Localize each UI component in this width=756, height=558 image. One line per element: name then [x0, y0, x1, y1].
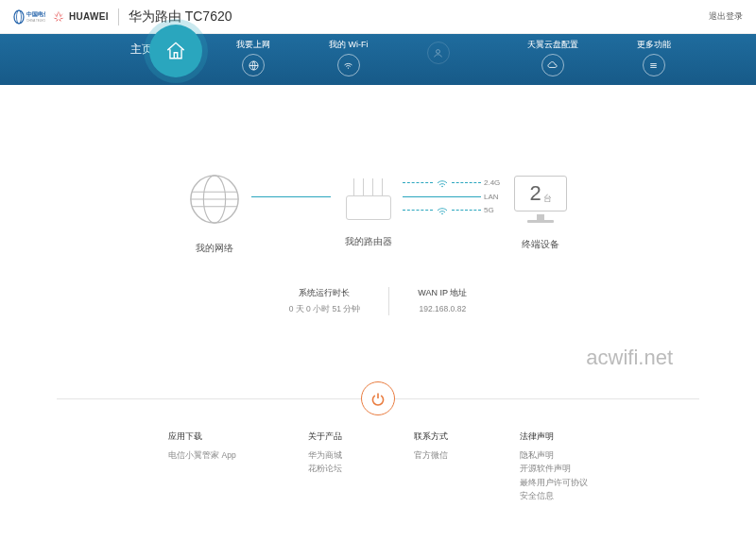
uptime-label: 系统运行时长	[289, 287, 361, 299]
wan-label: WAN IP 地址	[418, 287, 467, 299]
connection-line-1	[251, 196, 331, 197]
footer-col-download: 应用下载 电信小翼管家 App	[168, 431, 236, 503]
wan-value: 192.168.0.82	[418, 304, 467, 313]
tab-wifi-label: 我的 Wi-Fi	[329, 39, 369, 51]
wifi-small-icon	[436, 178, 449, 188]
stat-wan: WAN IP 地址 192.168.0.82	[388, 287, 495, 315]
wifi-icon	[337, 54, 360, 76]
cloud-icon	[541, 54, 564, 76]
user-icon	[427, 42, 450, 64]
lan-label: LAN	[484, 193, 507, 201]
main-nav: 主页 我要上网 我的 Wi-Fi 天翼云盘配置 更多功能	[0, 34, 756, 85]
svg-point-9	[441, 185, 443, 187]
tab-internet-label: 我要上网	[236, 39, 270, 51]
footer-col-legal: 法律声明 隐私声明 开源软件声明 最终用户许可协议 安全信息	[520, 431, 588, 503]
footer-title: 关于产品	[308, 431, 342, 443]
stats-row: 系统运行时长 0 天 0 小时 51 分钟 WAN IP 地址 192.168.…	[0, 287, 756, 315]
footer-link[interactable]: 安全信息	[520, 489, 588, 502]
footer-link[interactable]: 开源软件声明	[520, 462, 588, 475]
huawei-text: HUAWEI	[69, 11, 109, 22]
svg-text:中国电信: 中国电信	[26, 10, 45, 17]
terminals-node[interactable]: 2 台 终端设备	[512, 176, 569, 251]
footer-link[interactable]: 官方微信	[414, 448, 448, 462]
terminal-count: 2	[529, 181, 541, 206]
stat-uptime: 系统运行时长 0 天 0 小时 51 分钟	[261, 287, 389, 315]
footer-title: 联系方式	[414, 431, 448, 443]
router-icon	[340, 178, 397, 220]
footer-link[interactable]: 花粉论坛	[308, 462, 342, 475]
footer-link[interactable]: 华为商城	[308, 448, 342, 462]
svg-text:CHINA TELECOM: CHINA TELECOM	[26, 19, 45, 23]
svg-point-6	[437, 49, 440, 53]
nav-wrapper: 主页 我要上网 我的 Wi-Fi 天翼云盘配置 更多功能	[0, 34, 756, 106]
logout-link[interactable]: 退出登录	[709, 10, 743, 23]
header: 中国电信CHINA TELECOM HUAWEI 华为路由 TC7620 退出登…	[0, 0, 756, 34]
wifi-small-icon	[436, 206, 449, 215]
footer-divider	[0, 381, 756, 415]
footer-link[interactable]: 电信小翼管家 App	[168, 448, 236, 462]
tab-more[interactable]: 更多功能	[637, 39, 671, 76]
monitor-icon: 2 台	[512, 176, 569, 223]
network-label: 我的网络	[196, 242, 233, 255]
router-label: 我的路由器	[345, 235, 392, 248]
band-24-label: 2.4G	[484, 178, 507, 187]
svg-point-1	[17, 10, 22, 24]
footer-title: 应用下载	[168, 431, 236, 443]
china-telecom-logo: 中国电信CHINA TELECOM	[13, 8, 45, 25]
watermark: acwifi.net	[0, 346, 756, 370]
band-5-label: 5G	[484, 206, 507, 214]
tab-cloud-label: 天翼云盘配置	[527, 39, 578, 51]
footer-col-about: 关于产品 华为商城 花粉论坛	[308, 431, 342, 503]
uptime-value: 0 天 0 小时 51 分钟	[289, 304, 361, 315]
home-icon	[163, 39, 188, 63]
tab-cloud[interactable]: 天翼云盘配置	[527, 39, 578, 76]
power-button[interactable]	[361, 381, 395, 415]
footer-title: 法律声明	[520, 431, 588, 443]
footer-link[interactable]: 最终用户许可协议	[520, 476, 588, 489]
tab-internet[interactable]: 我要上网	[236, 39, 270, 76]
menu-icon	[643, 54, 665, 76]
tab-wifi[interactable]: 我的 Wi-Fi	[329, 39, 369, 76]
network-node[interactable]: 我的网络	[187, 172, 242, 255]
terminal-unit: 台	[543, 193, 552, 205]
globe-large-icon	[187, 172, 242, 227]
footer-col-contact: 联系方式 官方微信	[414, 431, 448, 503]
page-title: 华为路由 TC7620	[129, 8, 232, 25]
svg-point-5	[348, 67, 349, 68]
globe-icon	[242, 54, 265, 76]
power-icon	[370, 391, 386, 406]
header-divider	[118, 8, 119, 25]
svg-point-0	[14, 10, 24, 24]
connection-lines-2: 2.4G LAN 5G	[403, 177, 507, 217]
router-node[interactable]: 我的路由器	[340, 178, 397, 248]
terminals-label: 终端设备	[522, 238, 559, 251]
network-diagram: 我的网络 我的路由器 2.4G LAN	[0, 106, 756, 255]
tab-user[interactable]	[427, 39, 450, 64]
tab-more-label: 更多功能	[637, 39, 671, 51]
tab-home[interactable]	[149, 25, 202, 77]
huawei-logo: HUAWEI	[51, 9, 109, 25]
svg-point-10	[441, 212, 443, 214]
footer-link[interactable]: 隐私声明	[520, 448, 588, 462]
footer-links: 应用下载 电信小翼管家 App 关于产品 华为商城 花粉论坛 联系方式 官方微信…	[0, 431, 756, 522]
